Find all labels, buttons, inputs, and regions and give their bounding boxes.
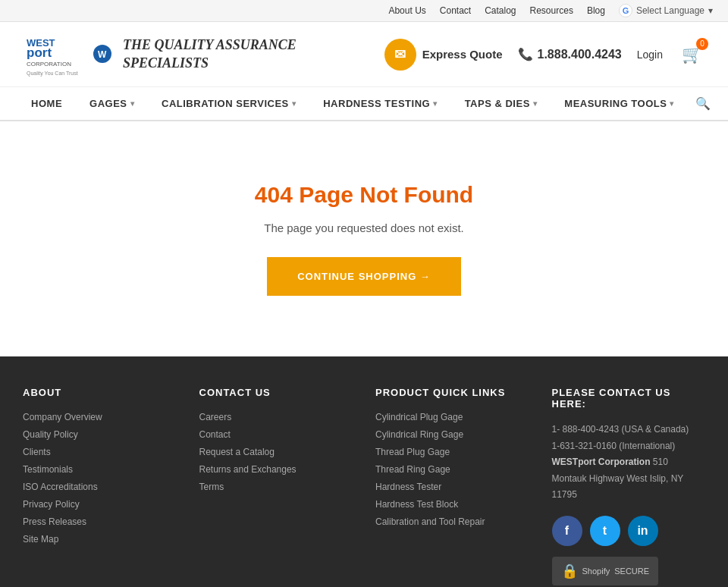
footer-careers[interactable]: Careers xyxy=(199,412,232,422)
footer-clients[interactable]: Clients xyxy=(23,447,51,457)
express-quote-link[interactable]: ✉ Express Quote xyxy=(384,39,503,71)
chevron-down-icon: ▾ xyxy=(670,99,674,108)
nav-calibration[interactable]: CALIBRATION SERVICES ▾ xyxy=(148,87,309,120)
footer-contact-here-heading: PLEASE CONTACT US HERE: xyxy=(552,387,706,410)
footer-iso[interactable]: ISO Accreditations xyxy=(23,482,98,492)
footer-quality-policy[interactable]: Quality Policy xyxy=(23,429,78,440)
shopify-sublabel: SECURE xyxy=(614,567,649,576)
error-title: 404 Page Not Found xyxy=(255,182,473,208)
quote-icon: ✉ xyxy=(384,39,416,71)
footer-columns: ABOUT Company Overview Quality Policy Cl… xyxy=(23,387,705,585)
footer-thread-plug[interactable]: Thread Plug Gage xyxy=(375,447,450,457)
footer-contact-heading: CONTACT US xyxy=(199,387,353,398)
nav-measuring-tools[interactable]: MEASURING TOOLS ▾ xyxy=(551,87,688,120)
main-nav: HOME GAGES ▾ CALIBRATION SERVICES ▾ HARD… xyxy=(0,87,728,121)
footer-calibration-tool-repair[interactable]: Calibration and Tool Repair xyxy=(375,516,485,527)
footer-cylindrical-plug[interactable]: Cylindrical Plug Gage xyxy=(375,412,463,422)
footer-contact-list: Careers Contact Request a Catalog Return… xyxy=(199,410,353,492)
logo-area: WEST port CORPORATION Quality You Can Tr… xyxy=(23,30,297,79)
footer-about-col: ABOUT Company Overview Quality Policy Cl… xyxy=(23,387,177,585)
cart-button[interactable]: 🛒 0 xyxy=(678,41,705,68)
error-message: The page you requested does not exist. xyxy=(264,221,464,234)
footer-products-col: PRODUCT QUICK LINKS Cylindrical Plug Gag… xyxy=(375,387,529,585)
footer-company-name: WESTport Corporation xyxy=(552,457,651,467)
phone-area: 📞 1.888.400.4243 xyxy=(518,47,622,61)
social-icons: f t in xyxy=(552,516,706,546)
footer-hardness-tester[interactable]: Hardness Tester xyxy=(375,482,441,492)
chevron-down-icon: ▾ xyxy=(292,99,297,108)
footer-contact-here-col: PLEASE CONTACT US HERE: 1- 888-400-4243 … xyxy=(552,387,706,585)
topbar-catalog[interactable]: Catalog xyxy=(485,5,516,16)
footer-phone-us: 1- 888-400-4243 (USA & Canada) xyxy=(552,422,706,438)
footer-contact-info: 1- 888-400-4243 (USA & Canada) 1-631-321… xyxy=(552,422,706,504)
svg-text:CORPORATION: CORPORATION xyxy=(27,61,71,67)
nav-gages[interactable]: GAGES ▾ xyxy=(76,87,148,120)
continue-shopping-button[interactable]: CONTINUE SHOPPING → xyxy=(267,257,461,296)
footer-cylindrical-ring[interactable]: Cylindrical Ring Gage xyxy=(375,429,463,440)
svg-text:Quality You Can Trust: Quality You Can Trust xyxy=(27,71,78,77)
footer-terms[interactable]: Terms xyxy=(199,482,224,492)
footer-testimonials[interactable]: Testimonials xyxy=(23,464,73,475)
error-page: 404 Page Not Found The page you requeste… xyxy=(0,121,728,356)
chevron-down-icon: ▾ xyxy=(433,99,438,108)
search-icon[interactable]: 🔍 xyxy=(695,96,711,111)
footer-sitemap[interactable]: Site Map xyxy=(23,534,58,545)
login-link[interactable]: Login xyxy=(637,49,663,61)
topbar-about[interactable]: About Us xyxy=(388,5,425,16)
phone-icon: 📞 xyxy=(518,47,533,61)
twitter-icon[interactable]: t xyxy=(590,516,620,546)
topbar-resources[interactable]: Resources xyxy=(530,5,573,16)
shopify-label: Shopify xyxy=(582,567,610,576)
nav-home[interactable]: HOME xyxy=(17,87,76,120)
chevron-down-icon: ▾ xyxy=(130,99,135,108)
nav-hardness[interactable]: HARDNESS TESTING ▾ xyxy=(309,87,450,120)
topbar-blog[interactable]: Blog xyxy=(587,5,605,16)
google-translate[interactable]: G Select Language ▾ xyxy=(619,4,713,17)
phone-number: 1.888.400.4243 xyxy=(538,48,622,61)
chevron-down-icon: ▾ xyxy=(533,99,538,108)
svg-text:port: port xyxy=(27,46,52,60)
footer-about-heading: ABOUT xyxy=(23,387,177,398)
lock-icon: 🔒 xyxy=(561,563,578,579)
footer-returns[interactable]: Returns and Exchanges xyxy=(199,464,297,475)
linkedin-icon[interactable]: in xyxy=(628,516,658,546)
top-bar: About Us Contact Catalog Resources Blog … xyxy=(0,0,728,22)
cart-badge: 0 xyxy=(696,38,708,50)
footer-press[interactable]: Press Releases xyxy=(23,516,86,527)
google-icon: G xyxy=(619,4,632,17)
shopify-secure-badge: 🔒 Shopify SECURE xyxy=(552,557,659,585)
facebook-icon[interactable]: f xyxy=(552,516,582,546)
site-footer: ABOUT Company Overview Quality Policy Cl… xyxy=(0,356,728,587)
svg-text:W: W xyxy=(98,49,107,60)
footer-phone-intl: 1-631-321-0160 (International) xyxy=(552,438,706,455)
nav-taps-dies[interactable]: TAPS & DIES ▾ xyxy=(451,87,551,120)
footer-products-list: Cylindrical Plug Gage Cylindrical Ring G… xyxy=(375,410,529,527)
footer-about-list: Company Overview Quality Policy Clients … xyxy=(23,410,177,545)
site-header: WEST port CORPORATION Quality You Can Tr… xyxy=(0,22,728,87)
logo[interactable]: WEST port CORPORATION Quality You Can Tr… xyxy=(23,30,114,79)
tagline: THE QUALITY ASSURANCE SPECIALISTS xyxy=(123,36,297,72)
footer-contact-link[interactable]: Contact xyxy=(199,429,231,440)
express-quote-label: Express Quote xyxy=(422,48,503,61)
footer-contact-col: CONTACT US Careers Contact Request a Cat… xyxy=(199,387,353,585)
chevron-down-icon: ▾ xyxy=(708,5,713,16)
footer-hardness-test-block[interactable]: Hardness Test Block xyxy=(375,499,458,510)
footer-products-heading: PRODUCT QUICK LINKS xyxy=(375,387,529,398)
footer-privacy[interactable]: Privacy Policy xyxy=(23,499,80,510)
footer-company-overview[interactable]: Company Overview xyxy=(23,412,102,422)
translate-label: Select Language xyxy=(636,5,704,16)
topbar-contact[interactable]: Contact xyxy=(440,5,471,16)
footer-thread-ring[interactable]: Thread Ring Gage xyxy=(375,464,450,475)
footer-address: WESTport Corporation 510 Montauk Highway… xyxy=(552,454,706,504)
header-right: ✉ Express Quote 📞 1.888.400.4243 Login 🛒… xyxy=(384,39,705,71)
footer-request-catalog[interactable]: Request a Catalog xyxy=(199,447,275,457)
